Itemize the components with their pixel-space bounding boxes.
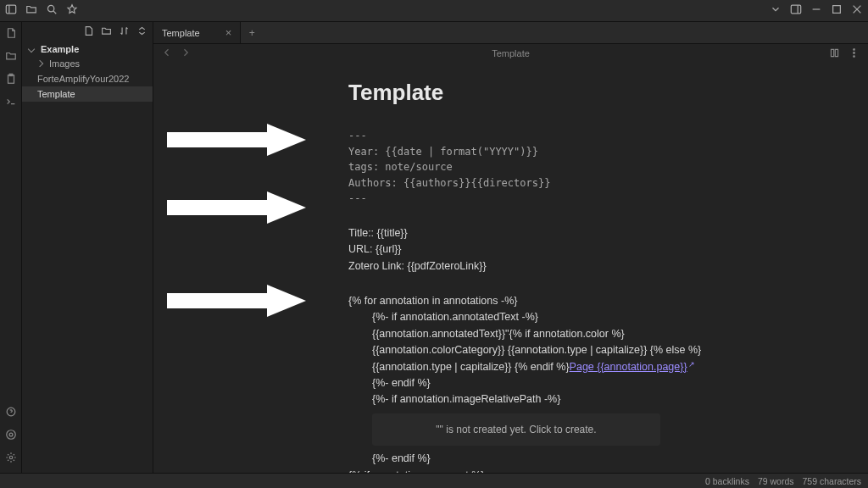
new-note-icon[interactable] [5, 27, 17, 42]
svg-point-17 [854, 48, 855, 50]
svg-point-16 [9, 456, 13, 459]
clipboard-icon[interactable] [5, 73, 17, 87]
status-chars[interactable]: 759 characters [803, 476, 861, 486]
svg-point-14 [9, 433, 13, 436]
template-line: {%- endif %} [348, 375, 823, 391]
frontmatter: --- Year: {{date | format("YYYY")}} tags… [348, 128, 823, 207]
window-close-icon[interactable] [851, 3, 863, 18]
template-line: {{annotation.annotatedText}}"{% if annot… [348, 326, 823, 342]
meta-url-line: URL: {{url}} [348, 241, 823, 258]
external-link-icon: ↗ [688, 359, 695, 371]
template-line: {%- if annotation.imageRelativePath -%} [348, 391, 823, 408]
svg-point-15 [6, 430, 15, 440]
page-title: Template [348, 80, 823, 106]
page-link[interactable]: Page {{annotation.page}} [570, 361, 687, 373]
breadcrumb[interactable]: Template [492, 48, 530, 58]
svg-point-19 [854, 55, 855, 57]
status-bar: 0 backlinks 79 words 759 characters [0, 473, 868, 488]
star-icon[interactable] [66, 3, 78, 18]
window-maximize-icon[interactable] [831, 3, 843, 18]
sidebar-item-images[interactable]: Images [22, 56, 153, 71]
sidebar-toggle-icon[interactable] [5, 3, 17, 18]
svg-rect-0 [6, 5, 15, 14]
collapse-icon[interactable] [136, 25, 147, 39]
settings-icon[interactable] [5, 429, 17, 443]
meta-zotero-line: Zotero Link: {{pdfZoteroLink}} [348, 258, 823, 274]
new-note-icon[interactable] [83, 25, 94, 39]
new-tab-button[interactable]: + [241, 22, 263, 43]
nav-forward-icon[interactable] [181, 47, 191, 59]
template-line: {% if annotation.comment %} [348, 468, 823, 473]
meta-title-line: Title:: {{title}} [348, 225, 823, 241]
reading-mode-icon[interactable] [829, 47, 840, 60]
editor-pane: Template × + Template [153, 22, 868, 473]
title-bar [0, 0, 868, 22]
search-icon[interactable] [46, 3, 58, 18]
file-explorer: Example Images ForteAmplifyYour2022 Temp… [22, 22, 153, 473]
tab-bar: Template × + [153, 22, 868, 44]
new-folder-icon[interactable] [101, 25, 112, 39]
terminal-icon[interactable] [5, 96, 17, 110]
folder-icon[interactable] [25, 3, 37, 18]
gear-icon[interactable] [5, 452, 17, 466]
panel-right-icon[interactable] [790, 3, 802, 18]
chevron-down-icon[interactable] [770, 3, 782, 18]
editor-header: Template [153, 44, 868, 63]
status-backlinks[interactable]: 0 backlinks [705, 476, 749, 486]
nav-back-icon[interactable] [162, 47, 172, 59]
template-line: {%- if annotation.annotatedText -%} [348, 309, 823, 325]
template-line: {%- endif %} [348, 451, 823, 467]
more-icon[interactable] [849, 47, 860, 60]
document[interactable]: Template --- Year: {{date | format("YYYY… [153, 63, 868, 473]
sidebar-item-forte[interactable]: ForteAmplifyYour2022 [22, 71, 153, 86]
folder-icon[interactable] [5, 50, 17, 64]
close-icon[interactable]: × [225, 26, 232, 39]
sort-icon[interactable] [119, 25, 130, 39]
tab-label: Template [162, 28, 200, 38]
window-minimize-icon[interactable] [810, 3, 822, 18]
sidebar-item-template[interactable]: Template [22, 86, 153, 102]
status-words[interactable]: 79 words [758, 476, 794, 486]
template-line: {{annotation.type | capitalize}} {% endi… [348, 359, 823, 375]
help-icon[interactable] [5, 406, 17, 420]
tab-template[interactable]: Template × [153, 22, 241, 43]
svg-line-3 [53, 11, 56, 14]
unresolved-embed-placeholder[interactable]: "" is not created yet. Click to create. [372, 413, 660, 446]
template-line: {{annotation.colorCategory}} {{annotatio… [348, 342, 823, 358]
template-line: {% for annotation in annotations -%} [348, 293, 823, 309]
svg-rect-4 [791, 5, 800, 14]
svg-point-2 [47, 5, 53, 11]
svg-rect-7 [833, 6, 841, 14]
activity-bar [0, 22, 22, 473]
vault-root[interactable]: Example [22, 42, 153, 56]
svg-point-18 [854, 52, 855, 53]
